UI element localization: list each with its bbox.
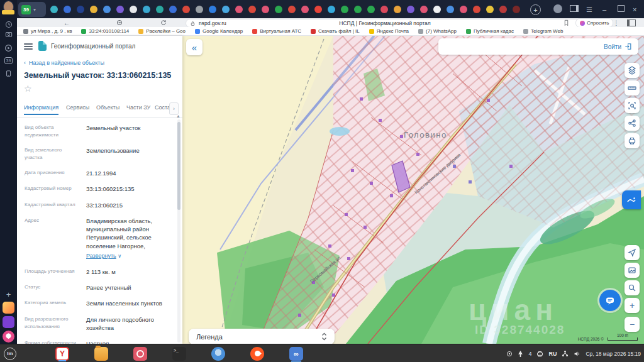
bookmark-item[interactable]: Публичная кадас [466,28,514,34]
geolocation-button[interactable] [625,245,640,260]
pin-icon[interactable] [518,351,523,357]
draw-tool-button-active[interactable] [622,190,641,209]
tab-favicon[interactable] [394,6,401,13]
file-manager-icon[interactable] [94,347,108,361]
new-tab-button[interactable]: + [530,4,541,15]
bookmark-item[interactable]: Расклейки – Goo [138,28,186,34]
bookmark-item[interactable]: ул Мира , д. 9 , кв [23,28,72,34]
tab-favicon[interactable] [513,6,520,13]
tab-favicon[interactable] [288,6,296,13]
back-to-results-link[interactable]: ‹ Назад в найденные объекты [24,60,104,66]
tabs-scroll-right-button[interactable]: › [169,102,179,115]
tab-services[interactable]: Сервисы [66,104,89,111]
search-map-button[interactable] [625,280,640,295]
start-menu-button[interactable]: lm [4,348,16,360]
bookmark-item[interactable]: Google Календар [195,28,243,34]
app-flame-icon[interactable] [250,347,264,361]
tab-favicon[interactable] [420,6,428,13]
scroll-up-arrow[interactable]: ▲ [176,114,180,118]
tab-information[interactable]: Информация [24,104,58,111]
tab-favicon[interactable] [447,6,454,13]
map-canvas[interactable]: Головино Константиновские дворики Первом… [182,36,644,344]
legend-expand-icon[interactable] [321,332,327,341]
tab-favicon[interactable] [222,6,230,13]
update-shield-icon[interactable] [506,351,513,357]
glasses-app-icon[interactable]: ∞ [289,347,303,361]
tab-favicon[interactable] [407,6,414,13]
tab-favicon[interactable] [341,6,348,13]
zoom-out-button[interactable]: − [625,317,640,332]
active-tab[interactable]: 39 ▾ [18,2,46,17]
maximize-button[interactable] [618,4,625,14]
history-clock-icon[interactable] [3,19,14,30]
panel-scrollbar[interactable] [177,119,180,343]
dock-app-purple-icon[interactable] [3,316,14,328]
login-bar[interactable]: Войти [438,38,638,55]
network-icon[interactable] [562,351,569,357]
scrollbar-thumb[interactable] [177,122,180,210]
tab-favicon[interactable] [103,6,111,13]
address-bar[interactable]: nspd.gov.ru НСПД | Геоинформационный пор… [186,19,584,28]
bookmark-item[interactable]: Яндекс Почта [369,28,409,34]
printer-icon[interactable] [536,351,543,357]
dock-app-orange-icon[interactable] [3,302,14,314]
chevron-down-icon[interactable]: ∨ [118,253,121,259]
zoom-in-button[interactable]: + [625,298,640,313]
tab-favicon[interactable] [301,6,309,13]
volume-icon[interactable] [574,351,580,357]
tab-favicon[interactable] [90,6,97,13]
print-button[interactable] [625,133,640,148]
ask-alice-button[interactable]: Спросить [575,18,613,28]
tab-objects[interactable]: Объекты [96,104,119,111]
dock-app-pink-icon[interactable] [3,331,14,343]
chat-support-button[interactable] [599,290,621,311]
keyboard-layout[interactable]: RU [548,351,557,357]
tab-favicon[interactable] [64,6,71,13]
kebab-menu-icon[interactable]: ⋮ [613,19,619,26]
tab-favicon[interactable] [486,6,494,13]
tab-favicon[interactable] [499,6,507,13]
ruler-button[interactable] [625,80,640,96]
tab-favicon[interactable] [182,6,190,13]
legend-bar[interactable]: Легенда [189,329,335,344]
bookmark-item[interactable]: (7) WhatsApp [418,28,457,34]
side-panel-icon[interactable] [570,4,579,14]
yandex-browser-icon[interactable]: Y [55,347,69,361]
back-icon[interactable]: ← [64,19,70,26]
favorite-star-icon[interactable]: ☆ [24,84,32,94]
forward-icon[interactable] [116,19,123,26]
tab-favicon[interactable] [367,6,375,13]
collapse-panel-button[interactable]: « [186,39,203,55]
app-blue-circle-icon[interactable] [211,347,225,361]
tab-favicon[interactable] [354,6,362,13]
tab-favicon[interactable] [143,6,150,13]
phone-sync-icon[interactable] [3,68,14,79]
tab-favicon[interactable] [380,6,388,13]
panels-icon[interactable] [627,19,636,26]
terminal-icon[interactable]: >_ [172,347,186,361]
bookmark-flag-icon[interactable] [564,19,569,26]
select-area-button[interactable] [625,98,640,113]
tab-parts[interactable]: Части ЗУ [126,104,150,111]
tab-favicon[interactable] [77,6,84,13]
basemap-button[interactable] [625,263,640,278]
tab-favicon[interactable] [460,6,467,13]
menu-icon[interactable]: ☰ [586,4,592,14]
bookmark-item[interactable]: Виртуальная АТС [252,28,301,34]
layers-button[interactable] [625,63,640,78]
tab-favicon[interactable] [50,6,58,13]
tab-favicon[interactable] [209,6,216,13]
bookmark-item[interactable]: Telegram Web [523,28,563,34]
tab-favicon[interactable] [275,6,282,13]
tabs-count-icon[interactable]: 39 [3,55,14,66]
close-button[interactable]: × [633,4,636,14]
workspace-indicator[interactable]: 4 [528,351,531,357]
play-icon[interactable] [3,43,14,53]
bookmark-item[interactable]: Скачать файл | IL [311,28,360,34]
tab-favicon[interactable] [130,6,137,13]
tab-favicon[interactable] [196,6,203,13]
tab-favicon[interactable] [248,6,256,13]
screenshot-icon[interactable] [3,29,14,40]
refresh-icon[interactable] [160,19,167,26]
tab-favicon[interactable] [169,6,177,13]
